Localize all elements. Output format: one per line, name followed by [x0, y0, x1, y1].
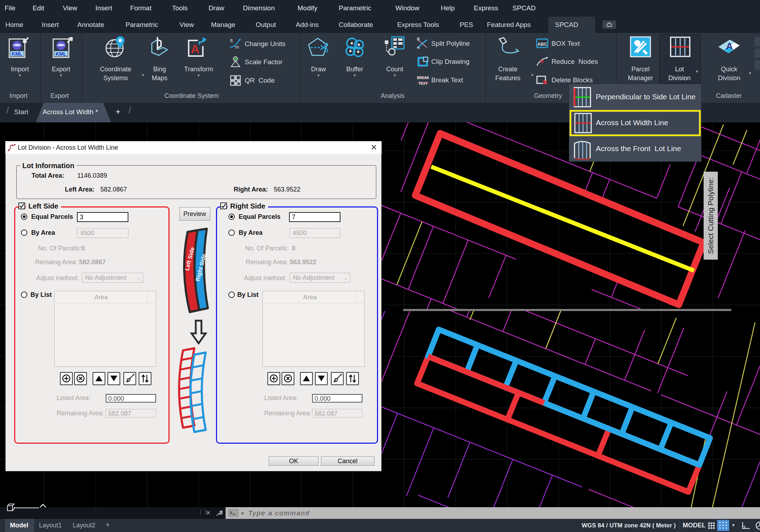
svg-text:KML: KML — [12, 51, 23, 57]
svg-text:BREAK: BREAK — [417, 76, 429, 80]
svg-text:A: A — [191, 42, 200, 56]
svg-text:A: A — [726, 41, 733, 51]
svg-text:ABC: ABC — [537, 41, 548, 47]
svg-text:ft: ft — [230, 38, 233, 43]
svg-text:TEXT: TEXT — [418, 82, 428, 85]
svg-text:KML: KML — [56, 51, 67, 57]
